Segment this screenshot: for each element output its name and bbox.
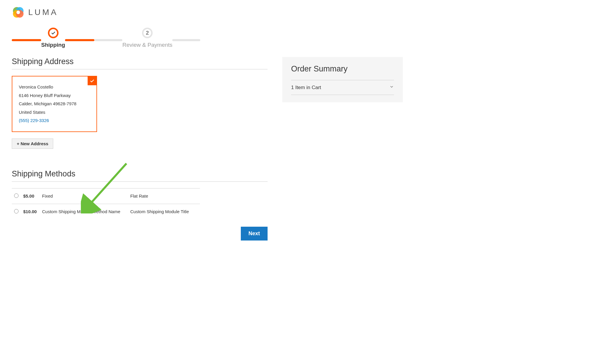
address-country: United States [19,108,90,117]
progress-step-review: 2 Review & Payments [122,28,172,48]
shipping-method-name: Custom Shipping Module Method Name [40,204,128,219]
shipping-method-price: $5.00 [21,188,40,204]
shipping-method-row[interactable]: $10.00 Custom Shipping Module Method Nam… [12,204,200,219]
chevron-down-icon [389,84,394,91]
progress-bar-segment [65,39,94,41]
address-street: 6146 Honey Bluff Parkway [19,91,90,100]
progress-bar-segment [94,39,122,41]
shipping-method-row[interactable]: $5.00 Fixed Flat Rate [12,188,200,204]
logo-text: LUMA [28,8,58,17]
shipping-method-title: Custom Shipping Module Title [128,204,200,219]
cart-items-toggle[interactable]: 1 Item in Cart [291,80,394,95]
shipping-method-name: Fixed [40,188,128,204]
address-name: Veronica Costello [19,83,90,91]
next-button[interactable]: Next [241,227,268,241]
progress-step-label: Shipping [41,42,65,48]
svg-point-4 [16,11,20,14]
shipping-method-title: Flat Rate [128,188,200,204]
checkout-progress: Shipping 2 Review & Payments [12,28,589,48]
selected-address-card[interactable]: Veronica Costello 6146 Honey Bluff Parkw… [12,76,97,132]
progress-step-label: Review & Payments [122,42,172,48]
order-summary: Order Summary 1 Item in Cart [282,57,403,102]
shipping-methods-heading: Shipping Methods [12,169,268,182]
cart-items-label: 1 Item in Cart [291,85,321,91]
shipping-address-heading: Shipping Address [12,57,268,69]
shipping-method-radio[interactable] [14,193,19,198]
logo[interactable]: LUMA [12,6,589,19]
selected-checkmark-icon [88,76,96,85]
new-address-button[interactable]: + New Address [12,138,53,149]
luma-logo-icon [12,6,25,19]
address-phone-link[interactable]: (555) 229-3326 [19,118,49,123]
progress-bar-segment [172,39,200,41]
order-summary-heading: Order Summary [291,64,394,74]
progress-bar-segment [12,39,41,41]
progress-step-shipping: Shipping [41,28,65,48]
progress-step-number: 2 [142,28,153,38]
checkmark-icon [48,28,59,38]
address-city-region: Calder, Michigan 49628-7978 [19,100,90,108]
shipping-method-price: $10.00 [21,204,40,219]
shipping-method-radio[interactable] [14,209,19,213]
shipping-methods-table: $5.00 Fixed Flat Rate $10.00 Custom Ship… [12,188,200,219]
